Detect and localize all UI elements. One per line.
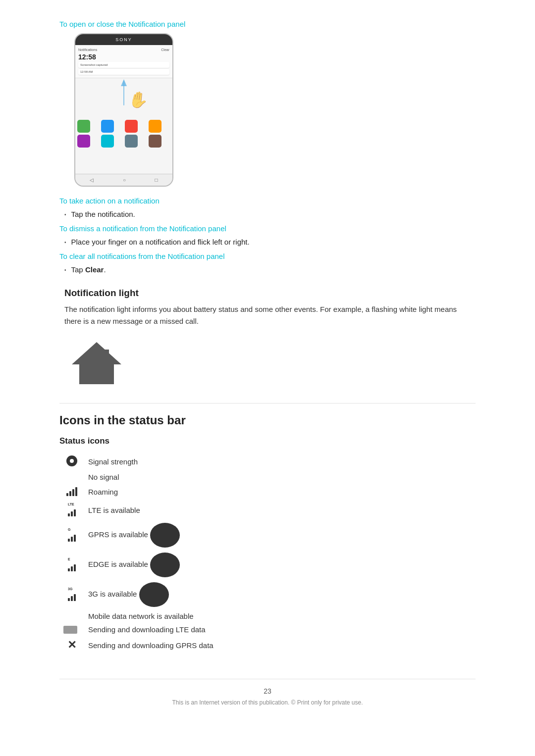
open-close-title: To open or close the Notification panel xyxy=(59,20,476,28)
status-icons-table: Signal strength No signal xyxy=(59,453,476,654)
clear-all-bullet: • Tap Clear. xyxy=(64,265,476,274)
bar xyxy=(71,596,73,601)
phone-bottom-nav: ◁ ○ □ xyxy=(75,174,172,186)
bars-icon xyxy=(68,532,76,542)
page-footer: 23 This is an Internet version of this p… xyxy=(59,679,476,706)
icon-cell: 3G xyxy=(59,580,84,609)
bar xyxy=(69,491,71,496)
bullet-dot: • xyxy=(64,267,66,273)
bar xyxy=(68,513,70,516)
bar xyxy=(71,566,73,571)
bar xyxy=(71,537,73,542)
bar xyxy=(71,511,73,516)
house-icon xyxy=(69,337,124,387)
gprs-icon: G xyxy=(68,528,76,542)
recent-btn: □ xyxy=(155,177,158,183)
redact-circle xyxy=(150,523,180,548)
icon-label: No signal xyxy=(84,470,476,484)
lte-icon: LTE xyxy=(68,503,76,516)
table-row: Roaming xyxy=(59,484,476,500)
icon-cell xyxy=(59,609,84,623)
bar xyxy=(72,489,74,496)
icons-section: Icons in the status bar Status icons Sig… xyxy=(59,403,476,654)
app-icon xyxy=(125,120,138,133)
x-icon: ✕ xyxy=(67,639,76,651)
table-row: G GPRS is available xyxy=(59,520,476,550)
back-btn: ◁ xyxy=(90,177,94,183)
icons-main-title: Icons in the status bar xyxy=(59,413,476,427)
app-icon xyxy=(77,120,90,133)
clear-all-text: Tap Clear. xyxy=(71,265,106,274)
bars-icon xyxy=(68,561,76,571)
bar xyxy=(74,535,76,542)
bars-roaming-icon xyxy=(66,486,77,496)
take-action-text: Tap the notification. xyxy=(71,210,135,218)
app-icon xyxy=(101,120,114,133)
phone-mockup: SONY Notifications Clear 12:58 Screensho… xyxy=(74,33,173,187)
app-icon xyxy=(77,135,90,148)
phone-notif-header: Notifications Clear xyxy=(78,48,169,51)
take-action-title: To take action on a notification xyxy=(59,197,476,205)
redact-circle xyxy=(139,582,169,607)
dismiss-bullet: • Place your finger on a notification an… xyxy=(64,238,476,246)
table-row: 3G 3G is available xyxy=(59,580,476,609)
icon-cell xyxy=(59,623,84,636)
footer-note: This is an Internet version of this publ… xyxy=(59,699,476,706)
table-row: Sending and downloading LTE data xyxy=(59,623,476,636)
page-number: 23 xyxy=(59,687,476,695)
clear-all-section: To clear all notifications from the Noti… xyxy=(59,252,476,274)
dismiss-section: To dismiss a notification from the Notif… xyxy=(59,224,476,246)
bar xyxy=(74,509,76,516)
dismiss-text: Place your finger on a notification and … xyxy=(71,238,250,246)
table-row: E EDGE is available xyxy=(59,550,476,580)
3g-label: 3G xyxy=(68,587,72,591)
bar xyxy=(74,564,76,571)
bar xyxy=(75,487,77,496)
app-icon xyxy=(149,135,161,148)
icons-sub-title: Status icons xyxy=(59,436,476,446)
table-row: LTE LTE is available xyxy=(59,500,476,520)
table-row: No signal xyxy=(59,470,476,484)
bar xyxy=(74,594,76,601)
house-icon-container xyxy=(69,337,476,388)
icon-cell: E xyxy=(59,550,84,580)
icon-label: Sending and downloading LTE data xyxy=(84,623,476,636)
icon-label: Mobile data network is available xyxy=(84,609,476,623)
icon-cell: G xyxy=(59,520,84,550)
take-action-bullet: • Tap the notification. xyxy=(64,210,476,218)
bar xyxy=(68,568,70,571)
icon-label: LTE is available xyxy=(84,500,476,520)
notification-light-desc: The notification light informs you about… xyxy=(59,303,476,327)
phone-time: 12:58 xyxy=(78,53,169,61)
icon-cell: ✕ xyxy=(59,636,84,654)
home-btn: ○ xyxy=(123,177,126,183)
notification-light-section: Notification light The notification ligh… xyxy=(59,288,476,388)
table-row: ✕ Sending and downloading GPRS data xyxy=(59,636,476,654)
icon-label: GPRS is available xyxy=(84,520,476,550)
bar xyxy=(66,493,68,496)
icon-cell: LTE xyxy=(59,500,84,520)
app-icon xyxy=(101,135,114,148)
lte-data-icon xyxy=(63,626,77,634)
open-close-section: To open or close the Notification panel … xyxy=(59,20,476,187)
table-row: Mobile data network is available xyxy=(59,609,476,623)
phone-home-area xyxy=(75,118,172,150)
icon-label: Sending and downloading GPRS data xyxy=(84,636,476,654)
redact-circle xyxy=(150,553,180,577)
icon-label: Signal strength xyxy=(84,453,476,470)
clear-all-title: To clear all notifications from the Noti… xyxy=(59,252,476,260)
phone-screen: Notifications Clear 12:58 Screenshot cap… xyxy=(75,45,172,174)
icon-cell xyxy=(59,470,84,484)
bullet-dot: • xyxy=(64,212,66,217)
notification-light-title: Notification light xyxy=(59,288,476,299)
bars-icon xyxy=(68,506,76,516)
edge-icon: E xyxy=(68,557,76,571)
app-icon xyxy=(125,135,138,148)
phone-brand: SONY xyxy=(75,34,172,45)
phone-notification-area: Notifications Clear 12:58 Screenshot cap… xyxy=(75,45,172,78)
dismiss-title: To dismiss a notification from the Notif… xyxy=(59,224,476,233)
svg-rect-1 xyxy=(103,350,109,359)
gprs-label: G xyxy=(68,528,70,531)
icon-cell xyxy=(59,453,84,470)
icon-label: 3G is available xyxy=(84,580,476,609)
